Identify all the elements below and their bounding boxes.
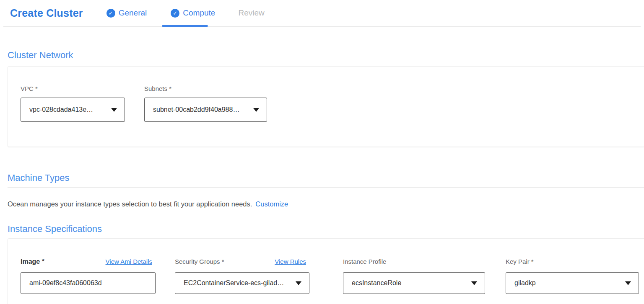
key-pair-select[interactable]: giladkp [506, 272, 639, 294]
tab-review-label: Review [238, 8, 264, 18]
image-label-row: Image * View Ami Details [21, 258, 156, 265]
view-rules-link[interactable]: View Rules [275, 258, 306, 265]
instance-profile-label: Instance Profile [343, 258, 386, 265]
key-pair-selected-value: giladkp [514, 279, 536, 287]
view-ami-details-link[interactable]: View Ami Details [106, 258, 152, 265]
vpc-select[interactable]: vpc-028cdada413e… [21, 98, 125, 122]
security-groups-selected-value: EC2ContainerService-ecs-gilad… [184, 279, 284, 287]
instance-profile-label-row: Instance Profile [343, 258, 485, 265]
vpc-label: VPC * [21, 85, 125, 93]
instance-specifications-card: Image * View Ami Details Security Groups… [8, 238, 644, 304]
machine-types-heading: Machine Types [8, 172, 644, 184]
tab-general[interactable]: ✓ General [106, 8, 147, 18]
chevron-down-icon [471, 281, 477, 285]
subnets-field: Subnets * subnet-00cab2dd9f40a988… [144, 85, 267, 147]
image-input[interactable] [21, 272, 156, 294]
tab-compute[interactable]: ✓ Compute [171, 8, 215, 18]
image-label: Image * [21, 258, 44, 265]
tab-review[interactable]: Review [238, 8, 264, 18]
subnets-label: Subnets * [144, 85, 267, 93]
key-pair-label-row: Key Pair * [506, 258, 639, 265]
chevron-down-icon [625, 281, 631, 285]
instance-profile-select[interactable]: ecsInstanceRole [343, 272, 485, 294]
machine-types-description-text: Ocean manages your instance types select… [8, 200, 252, 208]
instance-profile-selected-value: ecsInstanceRole [352, 279, 401, 287]
tab-compute-label: Compute [183, 8, 215, 18]
section-divider [8, 187, 644, 188]
customize-link[interactable]: Customize [255, 200, 288, 208]
chevron-down-icon [253, 108, 259, 112]
page-title: Create Cluster [10, 7, 83, 19]
image-field: Image * View Ami Details [21, 258, 156, 304]
vpc-field: VPC * vpc-028cdada413e… [21, 85, 125, 147]
security-groups-field: Security Groups * View Rules EC2Containe… [175, 258, 309, 304]
tab-general-label: General [119, 8, 147, 18]
machine-types-description: Ocean manages your instance types select… [8, 200, 644, 208]
check-icon: ✓ [171, 9, 179, 18]
security-groups-select[interactable]: EC2ContainerService-ecs-gilad… [175, 272, 309, 294]
instance-profile-field: Instance Profile ecsInstanceRole [343, 258, 485, 304]
instance-specifications-heading: Instance Specifications [8, 223, 644, 235]
security-groups-label: Security Groups * [175, 258, 224, 265]
subnets-selected-value: subnet-00cab2dd9f40a988… [153, 106, 239, 113]
key-pair-field: Key Pair * giladkp [506, 258, 639, 304]
wizard-header: Create Cluster ✓ General ✓ Compute Revie… [3, 0, 641, 27]
cluster-network-heading: Cluster Network [8, 49, 644, 61]
vpc-selected-value: vpc-028cdada413e… [29, 106, 93, 113]
check-icon: ✓ [106, 9, 115, 18]
cluster-network-card: VPC * vpc-028cdada413e… Subnets * subnet… [8, 66, 644, 147]
subnets-select[interactable]: subnet-00cab2dd9f40a988… [144, 98, 267, 122]
chevron-down-icon [111, 108, 117, 112]
chevron-down-icon [296, 281, 301, 285]
active-tab-underline [162, 25, 208, 27]
security-groups-label-row: Security Groups * View Rules [175, 258, 309, 265]
key-pair-label: Key Pair * [506, 258, 534, 265]
